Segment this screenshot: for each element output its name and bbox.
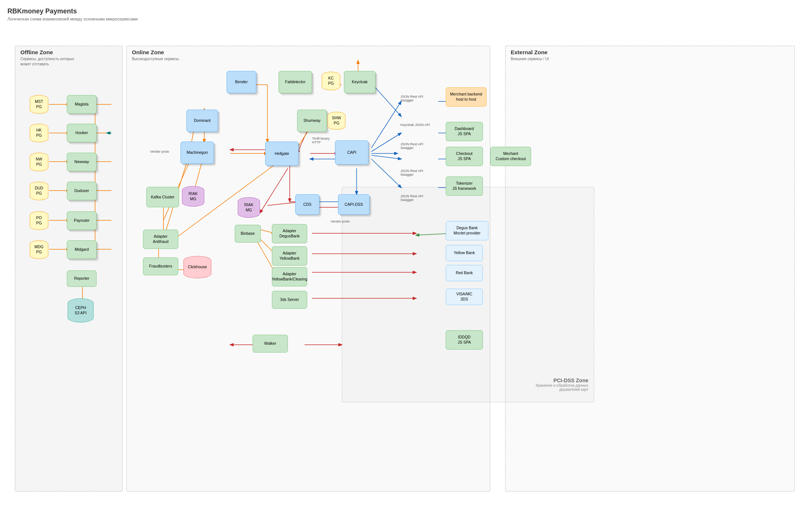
offline-zone-label: Offline Zone <box>20 49 53 55</box>
yellow-bank-node: Yellow Bank <box>446 245 483 261</box>
vendor-proto-label-2: Vendor proto <box>331 220 350 223</box>
keycloak-json-label: Keycloak JSON API <box>400 123 430 127</box>
payouter-node: Payouter <box>67 211 97 230</box>
capi-dss-node: CAPI-DSS <box>338 194 370 215</box>
page: RBKmoney Payments Логическая схема взаим… <box>0 0 806 532</box>
midgard-node: Midgard <box>67 240 97 259</box>
magista-node: Magista <box>67 95 97 114</box>
json-rest-label-3: JSON Rest APISwagger <box>400 169 423 176</box>
cds-node: CDS <box>295 194 319 215</box>
dashboard-spa-node: DashboardJS SPA <box>446 122 483 141</box>
hellgate-node: Hellgate <box>265 142 299 166</box>
dominant-node: Dominant <box>186 110 218 132</box>
kc-pg-node: KCPG <box>322 72 340 90</box>
mdg-pg-node: MDGPG <box>30 240 48 259</box>
binbase-node: Binbase <box>235 225 261 243</box>
pci-zone-sublabel: Хранение и обработка данныхдержателей ка… <box>536 383 588 392</box>
riak-mg-pci-node: RIAKMG <box>238 197 260 218</box>
red-bank-node: Red Bank <box>446 265 483 281</box>
newway-node: Newway <box>67 153 97 171</box>
reporter-node: Reporter <box>67 270 97 287</box>
checkout-spa-node: CheckoutJS SPA <box>446 147 483 166</box>
pci-zone-label: PCI-DSS Zone <box>553 377 588 383</box>
adapter-yellowbank-clearing-node: AdapterYellowBank/Clearing <box>272 267 307 286</box>
clickhouse-node: Clickhouse <box>183 256 211 278</box>
diagram-area: Offline Zone Сервисы, доступность которы… <box>7 27 799 529</box>
offline-zone-sublabel: Сервисы, доступность которыхможет отстав… <box>20 56 74 67</box>
capi-node: CAPI <box>335 140 368 165</box>
online-zone-label: Online Zone <box>132 49 164 55</box>
faildetector-node: Faildetector <box>279 71 312 93</box>
external-zone-label: External Zone <box>511 49 547 55</box>
thrift-binary-label: Thrift binaryHTTP <box>312 137 330 144</box>
shw-pg-node: SHWPG <box>328 112 345 130</box>
ceph-node: CEPHS3 API <box>68 298 94 322</box>
kafka-node: Kafka Cluster <box>146 187 179 207</box>
fraudbusters-node: Fraudbusters <box>143 257 178 275</box>
3ds-server-node: 3ds Server <box>272 291 307 309</box>
adapter-antifraud-node: AdapterAntifraud <box>143 230 178 249</box>
hk-pg-node: HKPG <box>30 124 48 142</box>
shumway-node: Shumway <box>297 110 327 132</box>
tokenizer-node: TokenizerJS framework <box>446 176 483 196</box>
walker-node: Walker <box>253 335 288 353</box>
degus-bank-node: Degus BankMoctet provider <box>446 221 488 240</box>
page-title: RBKmoney Payments <box>7 7 799 15</box>
dudoser-node: Dudoser <box>67 182 97 200</box>
machinegun-node: Machinegun <box>181 142 214 164</box>
merchant-custom-node: MechantCustom checkout <box>490 147 531 166</box>
online-zone-sublabel: Высокодоступные сервисы. <box>132 56 180 62</box>
json-rest-label-4: JSON Rest APISwagger <box>400 194 423 202</box>
riak-mg-online-node: RIAKMG <box>182 186 204 207</box>
mst-pg-node: MSTPG <box>30 95 48 114</box>
json-rest-label-2: JSON Rest APISwagger <box>400 142 423 150</box>
json-rest-label-1: JSON Rest APISwagger <box>400 95 423 102</box>
nw-pg-node: NWPG <box>30 153 48 171</box>
iddqd-node: IDDQDJS SPA <box>446 330 483 350</box>
hooker-node: Hooker <box>67 124 97 142</box>
adapter-yellowbank-node: AdapterYellowBank <box>272 246 307 266</box>
merchant-backend-node: Merchant backendhost to host <box>446 87 487 107</box>
keycloak-node: Keycloak <box>344 71 376 93</box>
bender-node: Bender <box>227 71 256 93</box>
page-subtitle: Логическая схема взаимосвязей между осно… <box>7 17 799 21</box>
po-pg-node: POPG <box>30 211 48 230</box>
visa-mc-node: VISA/MC3DS <box>446 289 483 305</box>
external-zone-sublabel: Внешние сервисы / UI <box>511 56 549 62</box>
dud-pg-node: DUDPG <box>30 182 48 200</box>
adapter-degusbank-node: AdapterDegusBank <box>272 224 307 243</box>
vendor-proto-label-1: Vendor proto <box>150 150 169 153</box>
